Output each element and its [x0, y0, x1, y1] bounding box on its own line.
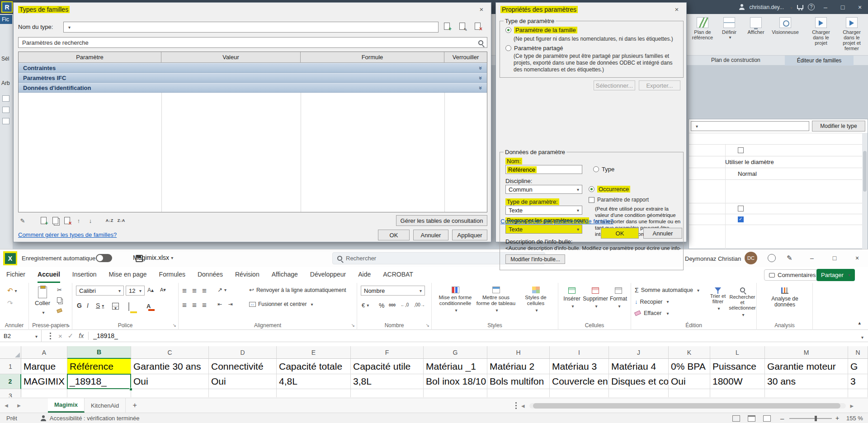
formula-input[interactable]: _18918_	[93, 332, 118, 339]
zoom-out-icon[interactable]: –	[780, 414, 784, 422]
hscroll-left-icon[interactable]: ◂	[521, 402, 525, 410]
new-sheet-icon[interactable]: +	[126, 398, 144, 413]
edit-parameter-icon[interactable]: ✎	[18, 216, 27, 225]
ok-button[interactable]: OK	[601, 228, 639, 239]
cell-m1[interactable]: Garantie moteur	[765, 359, 848, 374]
discipline-combo[interactable]: Commun	[505, 185, 582, 194]
excel-app-icon[interactable]: X	[3, 251, 17, 265]
tab-splitter-handle[interactable]	[515, 402, 517, 409]
align-center-icon[interactable]	[192, 301, 197, 310]
minimize-button[interactable]: –	[819, 0, 832, 14]
number-format-combo[interactable]: Nombre	[361, 286, 425, 296]
lookup-tables-button[interactable]: Gérer les tables de consultation	[396, 215, 487, 226]
delete-parameter-icon[interactable]	[62, 216, 71, 225]
share-button[interactable]: Partager	[816, 269, 855, 281]
undo-icon[interactable]	[7, 287, 17, 295]
paste-button[interactable]: Coller	[33, 285, 52, 319]
file-tab-fragment[interactable]: Fic	[0, 15, 12, 24]
load-into-project-button[interactable]: Charger dans le projet	[807, 16, 835, 46]
tab-fichier[interactable]: Fichier	[6, 267, 25, 283]
tab-developpeur[interactable]: Développeur	[310, 267, 346, 283]
palette-icon[interactable]	[2, 118, 9, 124]
parameter-type-combo[interactable]: Texte	[505, 206, 582, 215]
tab-formules[interactable]: Formules	[159, 267, 185, 283]
maximize-button[interactable]: □	[828, 251, 841, 265]
cell-l3[interactable]	[710, 389, 765, 397]
cell-j3[interactable]	[609, 389, 669, 397]
minimize-button[interactable]: –	[806, 251, 818, 265]
collapse-ribbon-icon[interactable]: ▴	[858, 320, 861, 326]
cell-c3[interactable]	[131, 389, 209, 397]
help-link[interactable]: Comment créer des paramètres de famille?	[500, 218, 613, 225]
cell-e3[interactable]	[277, 389, 351, 397]
column-header-d[interactable]: D	[209, 346, 277, 359]
parameter-search-input[interactable]: Paramètres de recherche	[18, 37, 487, 48]
autosum-button[interactable]: Somme automatique	[635, 287, 699, 294]
avatar[interactable]: DC	[745, 252, 757, 264]
fill-color-icon[interactable]	[128, 302, 129, 311]
column-header[interactable]: Formule	[301, 52, 444, 62]
row-header-2[interactable]: 2	[0, 374, 21, 389]
cell-a2[interactable]: MAGIMIX	[21, 374, 67, 389]
tab-aide[interactable]: Aide	[358, 267, 371, 283]
column-header-m[interactable]: M	[765, 346, 848, 359]
alignment-dialog-launcher[interactable]	[351, 323, 355, 328]
new-type-icon[interactable]	[444, 23, 450, 30]
italic-icon[interactable]: I	[87, 302, 89, 309]
sort-filter-button[interactable]: Trier et filtrer	[707, 285, 729, 320]
cell-d2[interactable]: Oui	[209, 374, 277, 389]
sheet-tab-kitchenaid[interactable]: KitchenAid	[85, 398, 126, 413]
row-header-3[interactable]: 3	[0, 389, 21, 397]
properties-scrollbar[interactable]	[862, 133, 868, 249]
column-header-k[interactable]: K	[669, 346, 710, 359]
property-checkbox[interactable]	[738, 147, 744, 153]
property-checkbox-checked[interactable]	[738, 216, 744, 222]
sheet-next-icon[interactable]: ▸	[13, 398, 25, 413]
zoom-slider[interactable]	[789, 418, 832, 419]
format-button[interactable]: Format	[608, 286, 629, 318]
duplicate-parameter-icon[interactable]	[51, 216, 60, 225]
palette-icon[interactable]	[2, 107, 9, 113]
rename-type-icon[interactable]	[459, 23, 465, 30]
merge-center-button[interactable]: Fusionner et centrer	[249, 301, 313, 307]
cell-i2[interactable]: Couvercle en	[550, 374, 609, 389]
insert-button[interactable]: Insérer	[561, 286, 583, 318]
column-header[interactable]: Verrouiller	[444, 52, 487, 62]
percent-icon[interactable]	[379, 302, 384, 309]
data-analysis-button[interactable]: Analyse de données	[767, 285, 803, 318]
cell-m3[interactable]	[765, 389, 848, 397]
account-name[interactable]: Deymonnaz Christian	[685, 255, 741, 262]
column-header[interactable]: Valeur	[161, 52, 301, 62]
column-header-g[interactable]: G	[424, 346, 487, 359]
column-header-a[interactable]: A	[21, 346, 67, 359]
hscroll-right-icon[interactable]: ▸	[850, 402, 854, 410]
copy-icon[interactable]	[57, 297, 61, 303]
cell-h3[interactable]	[487, 389, 550, 397]
cell-g1[interactable]: Matériau _1	[424, 359, 487, 374]
show-button[interactable]: Afficher	[743, 16, 769, 35]
cell-c1[interactable]: Garantie 30 ans	[131, 359, 209, 374]
shared-parameter-radio[interactable]	[505, 45, 511, 51]
increase-font-icon[interactable]: A▴	[147, 287, 154, 293]
help-icon[interactable]: ?	[808, 4, 815, 10]
select-all-corner[interactable]	[0, 346, 21, 359]
cell-n1[interactable]: G	[848, 359, 868, 374]
column-header-i[interactable]: I	[550, 346, 609, 359]
move-up-icon[interactable]: ↑	[74, 216, 83, 225]
name-input[interactable]: Référence	[505, 165, 582, 174]
new-parameter-icon[interactable]	[39, 216, 48, 225]
pen-icon[interactable]: ✎	[787, 254, 793, 262]
cancel-button[interactable]: Annuler	[413, 230, 448, 240]
ref-plane-button[interactable]: Plan de référence	[690, 16, 715, 40]
formula-bar-handle[interactable]	[50, 333, 51, 339]
edit-tooltip-button[interactable]: Modifier l'info-bulle...	[505, 254, 565, 264]
type-name-combo[interactable]	[63, 22, 439, 33]
row-header-1[interactable]: 1	[0, 359, 21, 374]
tab-accueil[interactable]: Accueil	[38, 267, 60, 283]
property-checkbox[interactable]	[738, 206, 744, 212]
type-radio[interactable]	[593, 166, 599, 172]
page-break-view-icon[interactable]	[763, 415, 771, 422]
cell-styles-button[interactable]: Styles de cellules	[518, 285, 554, 320]
accounting-format-icon[interactable]	[362, 302, 369, 309]
close-button[interactable]: ×	[854, 0, 866, 14]
